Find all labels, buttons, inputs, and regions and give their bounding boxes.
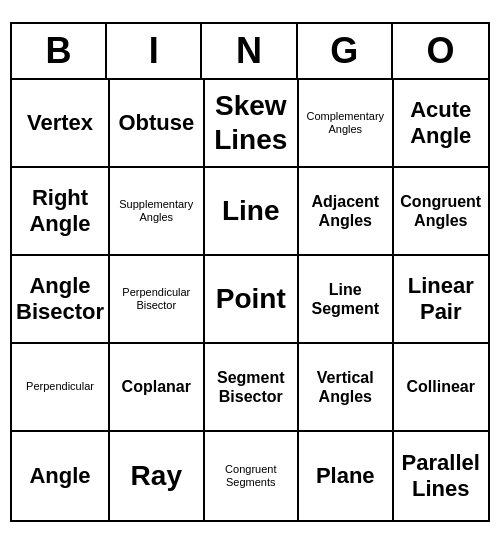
bingo-cell-21: Ray bbox=[110, 432, 204, 520]
bingo-cell-text-2: Skew Lines bbox=[209, 89, 293, 156]
bingo-cell-14: Linear Pair bbox=[394, 256, 489, 344]
bingo-cell-10: Angle Bisector bbox=[12, 256, 110, 344]
bingo-cell-5: Right Angle bbox=[12, 168, 110, 256]
bingo-cell-8: Adjacent Angles bbox=[299, 168, 393, 256]
bingo-cell-1: Obtuse bbox=[110, 80, 204, 168]
bingo-cell-text-5: Right Angle bbox=[16, 185, 104, 238]
bingo-cell-text-13: Line Segment bbox=[303, 280, 387, 318]
bingo-cell-text-6: Supplementary Angles bbox=[114, 198, 198, 224]
bingo-cell-17: Segment Bisector bbox=[205, 344, 299, 432]
bingo-cell-13: Line Segment bbox=[299, 256, 393, 344]
bingo-cell-text-8: Adjacent Angles bbox=[303, 192, 387, 230]
bingo-cell-20: Angle bbox=[12, 432, 110, 520]
bingo-cell-text-11: Perpendicular Bisector bbox=[114, 286, 198, 312]
bingo-cell-23: Plane bbox=[299, 432, 393, 520]
bingo-cell-text-14: Linear Pair bbox=[398, 273, 485, 326]
bingo-cell-24: Parallel Lines bbox=[394, 432, 489, 520]
header-letter-I: I bbox=[107, 24, 202, 78]
bingo-cell-12: Point bbox=[205, 256, 299, 344]
bingo-cell-18: Vertical Angles bbox=[299, 344, 393, 432]
bingo-cell-text-3: Complementary Angles bbox=[303, 110, 387, 136]
bingo-cell-text-20: Angle bbox=[29, 463, 90, 489]
bingo-cell-text-7: Line bbox=[222, 194, 280, 228]
header-letter-G: G bbox=[298, 24, 393, 78]
bingo-cell-22: Congruent Segments bbox=[205, 432, 299, 520]
bingo-cell-text-4: Acute Angle bbox=[398, 97, 485, 150]
bingo-cell-11: Perpendicular Bisector bbox=[110, 256, 204, 344]
header-letter-N: N bbox=[202, 24, 297, 78]
bingo-grid: VertexObtuseSkew LinesComplementary Angl… bbox=[12, 80, 488, 520]
bingo-cell-text-21: Ray bbox=[131, 459, 182, 493]
bingo-cell-9: Congruent Angles bbox=[394, 168, 489, 256]
bingo-cell-text-17: Segment Bisector bbox=[209, 368, 293, 406]
bingo-header: BINGO bbox=[12, 24, 488, 80]
bingo-cell-text-12: Point bbox=[216, 282, 286, 316]
bingo-cell-6: Supplementary Angles bbox=[110, 168, 204, 256]
bingo-cell-2: Skew Lines bbox=[205, 80, 299, 168]
bingo-cell-4: Acute Angle bbox=[394, 80, 489, 168]
bingo-cell-16: Coplanar bbox=[110, 344, 204, 432]
bingo-cell-3: Complementary Angles bbox=[299, 80, 393, 168]
bingo-cell-text-24: Parallel Lines bbox=[398, 450, 485, 503]
bingo-cell-text-10: Angle Bisector bbox=[16, 273, 104, 326]
bingo-cell-text-22: Congruent Segments bbox=[209, 463, 293, 489]
header-letter-O: O bbox=[393, 24, 488, 78]
bingo-cell-15: Perpendicular bbox=[12, 344, 110, 432]
header-letter-B: B bbox=[12, 24, 107, 78]
bingo-cell-text-19: Collinear bbox=[407, 377, 475, 396]
bingo-cell-text-16: Coplanar bbox=[122, 377, 191, 396]
bingo-card: BINGO VertexObtuseSkew LinesComplementar… bbox=[10, 22, 490, 522]
bingo-cell-text-18: Vertical Angles bbox=[303, 368, 387, 406]
bingo-cell-text-15: Perpendicular bbox=[26, 380, 94, 393]
bingo-cell-0: Vertex bbox=[12, 80, 110, 168]
bingo-cell-19: Collinear bbox=[394, 344, 489, 432]
bingo-cell-text-23: Plane bbox=[316, 463, 375, 489]
bingo-cell-text-1: Obtuse bbox=[118, 110, 194, 136]
bingo-cell-text-9: Congruent Angles bbox=[398, 192, 485, 230]
bingo-cell-text-0: Vertex bbox=[27, 110, 93, 136]
bingo-cell-7: Line bbox=[205, 168, 299, 256]
